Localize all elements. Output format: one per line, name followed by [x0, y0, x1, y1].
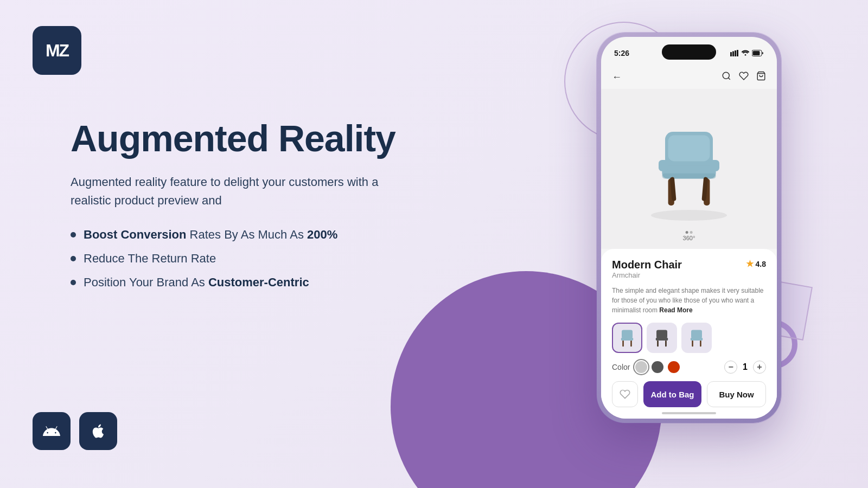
bullet-dot	[71, 256, 76, 261]
rotate-badge: 360°	[683, 231, 695, 241]
svg-rect-30	[692, 341, 693, 346]
color-qty-row: Color − 1 +	[612, 361, 766, 374]
svg-rect-21	[621, 338, 634, 341]
svg-rect-24	[656, 330, 667, 338]
nav-action-icons	[722, 71, 766, 83]
svg-line-8	[728, 78, 730, 79]
svg-rect-13	[662, 173, 716, 178]
dynamic-island	[662, 44, 716, 60]
product-name: Modern Chair	[612, 259, 682, 271]
variant-thumb-2[interactable]	[647, 323, 677, 353]
svg-rect-3	[737, 50, 738, 56]
phone-navbar: ←	[601, 65, 777, 89]
list-item: Reduce The Return Rate	[71, 252, 407, 266]
svg-rect-1	[732, 52, 734, 57]
svg-rect-28	[691, 330, 702, 338]
android-button[interactable]	[33, 412, 71, 450]
bag-icon[interactable]	[756, 71, 766, 83]
svg-point-4	[745, 54, 746, 56]
product-header: Modern Chair Armchair ★ 4.8	[612, 259, 766, 284]
apple-button[interactable]	[79, 412, 117, 450]
svg-rect-18	[659, 160, 668, 171]
status-time: 5:26	[614, 49, 629, 57]
buy-now-button[interactable]: Buy Now	[707, 381, 766, 407]
bullet-dot	[71, 280, 76, 285]
product-image-area: 360°	[601, 89, 777, 249]
home-bar	[662, 412, 716, 414]
action-buttons-row: Add to Bag Buy Now	[612, 381, 766, 407]
back-icon[interactable]: ←	[612, 72, 622, 83]
app-logo: MZ	[33, 26, 81, 75]
qty-decrease-button[interactable]: −	[724, 361, 737, 374]
variant-thumbnails	[612, 323, 766, 353]
left-content-area: Augmented Reality Augmented reality feat…	[71, 119, 407, 299]
search-icon[interactable]	[722, 71, 731, 83]
svg-rect-23	[630, 341, 632, 346]
phone-mockup: 5:26	[597, 33, 781, 423]
phone-screen: 5:26	[601, 37, 777, 419]
svg-rect-11	[668, 135, 710, 161]
bullet-text-2: Reduce The Return Rate	[84, 252, 216, 266]
phone-frame: 5:26	[597, 33, 781, 423]
svg-rect-26	[657, 341, 659, 346]
wishlist-button[interactable]	[612, 381, 638, 407]
logo-text: MZ	[46, 42, 68, 59]
bullet-text-3: Position Your Brand As Customer-Centric	[84, 275, 309, 290]
add-to-bag-button[interactable]: Add to Bag	[643, 381, 701, 407]
svg-rect-6	[753, 51, 760, 55]
color-options	[635, 361, 680, 373]
svg-rect-31	[700, 341, 701, 346]
color-label: Color	[612, 363, 630, 371]
svg-rect-27	[665, 341, 667, 346]
hero-subtitle: Augmented reality feature to delight you…	[71, 173, 407, 210]
star-icon: ★	[746, 259, 754, 269]
svg-rect-29	[691, 338, 703, 341]
feature-list: Boost Conversion Rates By As Much As 200…	[71, 228, 407, 290]
bullet-text-1: Boost Conversion Rates By As Much As 200…	[84, 228, 337, 242]
heart-icon[interactable]	[739, 71, 749, 83]
variant-thumb-1[interactable]	[612, 323, 642, 353]
list-item: Position Your Brand As Customer-Centric	[71, 275, 407, 290]
list-item: Boost Conversion Rates By As Much As 200…	[71, 228, 407, 242]
chair-image	[646, 118, 732, 215]
color-option-dark[interactable]	[652, 361, 663, 373]
svg-rect-20	[622, 330, 633, 338]
product-rating: ★ 4.8	[746, 259, 766, 269]
svg-rect-22	[622, 341, 624, 346]
color-option-red[interactable]	[668, 361, 680, 373]
quantity-control: − 1 +	[724, 361, 766, 374]
svg-point-7	[723, 72, 729, 79]
status-icons	[730, 50, 764, 56]
chair-shadow	[651, 210, 727, 221]
qty-increase-button[interactable]: +	[753, 361, 766, 374]
page-title: Augmented Reality	[71, 119, 407, 158]
platform-icons-row	[33, 412, 117, 450]
svg-rect-0	[730, 52, 732, 56]
variant-thumb-3[interactable]	[681, 323, 712, 353]
product-category: Armchair	[612, 271, 682, 279]
product-description: The simple and elegant shape makes it ve…	[612, 286, 766, 315]
color-option-gray[interactable]	[635, 361, 647, 373]
qty-value: 1	[743, 362, 748, 372]
svg-rect-19	[710, 160, 719, 171]
bullet-dot	[71, 232, 76, 237]
product-detail-panel: Modern Chair Armchair ★ 4.8 The simple a…	[601, 249, 777, 419]
read-more-link[interactable]: Read More	[659, 306, 692, 314]
svg-rect-25	[656, 338, 668, 341]
svg-rect-2	[735, 50, 736, 56]
